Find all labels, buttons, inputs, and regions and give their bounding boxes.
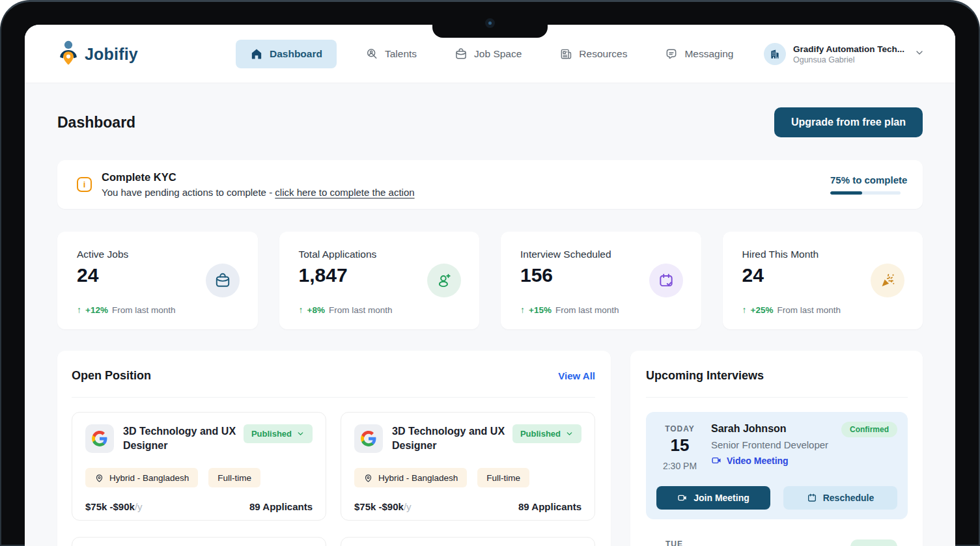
job-status: Published xyxy=(520,429,561,439)
chevron-down-icon xyxy=(912,48,925,61)
nav-label: Messaging xyxy=(684,48,733,60)
status-badge xyxy=(850,539,897,546)
open-positions-panel: Open Position View All 3D Technology and… xyxy=(57,351,611,546)
job-status-dropdown[interactable]: Published xyxy=(512,424,581,443)
meeting-type: Video Meeting xyxy=(727,456,789,466)
stat-trend: ↑ +15% From last month xyxy=(520,305,619,315)
upcoming-interviews-panel: Upcoming Interviews TODAY 15 2:30 PM Sar… xyxy=(630,351,923,546)
job-card[interactable]: 3D Technology and UX Designer Published … xyxy=(72,412,326,521)
job-type: Full-time xyxy=(486,473,520,483)
nav-item-job-space[interactable]: Job Space xyxy=(445,40,531,68)
job-card-partial[interactable] xyxy=(72,537,326,546)
google-logo-icon xyxy=(354,424,383,453)
nav-item-dashboard[interactable]: Dashboard xyxy=(236,40,337,68)
stat-label: Hired This Month xyxy=(742,249,904,260)
jobs-grid: 3D Technology and UX Designer Published … xyxy=(72,412,595,546)
job-card-header: 3D Technology and UX Designer Published xyxy=(354,424,581,453)
divider xyxy=(646,397,908,398)
home-icon xyxy=(250,48,263,61)
nav-item-resources[interactable]: Resources xyxy=(550,40,636,68)
nav-label: Job Space xyxy=(474,48,522,60)
trend-note: From last month xyxy=(329,305,393,315)
reschedule-button[interactable]: Reschedule xyxy=(783,486,897,510)
profile-company: Gradify Automation Tech... xyxy=(793,44,904,54)
interviews-title: Upcoming Interviews xyxy=(646,369,764,383)
stats-row: Active Jobs 24 ↑ +12% From last month To… xyxy=(57,232,923,329)
stat-label: Interview Scheduled xyxy=(520,249,682,260)
stat-trend: ↑ +12% From last month xyxy=(77,305,175,315)
nav-item-messaging[interactable]: Messaging xyxy=(656,40,742,68)
trend-delta: +8% xyxy=(307,305,325,315)
calendar-check-icon xyxy=(649,264,683,297)
candidate-role: Senior Frontend Developer xyxy=(711,439,828,450)
interview-details: TODAY 15 2:30 PM Sarah Johnson Senior Fr… xyxy=(656,422,897,477)
trend-delta: +25% xyxy=(751,305,774,315)
nav-label: Talents xyxy=(385,48,417,60)
stat-trend: ↑ +25% From last month xyxy=(742,305,841,315)
job-location-tag: Hybrid - Bangladesh xyxy=(85,468,198,487)
join-meeting-button[interactable]: Join Meeting xyxy=(656,486,770,510)
profile-texts: Gradify Automation Tech... Ogunsua Gabri… xyxy=(793,44,904,64)
job-type-tag: Full-time xyxy=(477,468,529,487)
job-location-tag: Hybrid - Bangladesh xyxy=(354,468,467,487)
job-salary: $75k -$90k/y xyxy=(354,501,412,512)
trend-up-icon: ↑ xyxy=(742,305,747,315)
interview-day-label: TUE xyxy=(665,539,683,546)
candidate-name: Sarah Johnson xyxy=(711,423,828,435)
job-status-dropdown[interactable]: Published xyxy=(244,424,313,443)
job-salary: $75k -$90k/y xyxy=(85,501,143,512)
job-location: Hybrid - Bangladesh xyxy=(378,473,458,483)
trend-up-icon: ↑ xyxy=(520,305,525,315)
resources-news-icon xyxy=(559,48,572,61)
job-status: Published xyxy=(251,429,292,439)
interview-card: TODAY 15 2:30 PM Sarah Johnson Senior Fr… xyxy=(646,412,908,519)
nav-label: Dashboard xyxy=(270,48,322,60)
trend-up-icon: ↑ xyxy=(77,305,81,315)
main-content: Dashboard Upgrade from free plan i Compl… xyxy=(25,107,955,546)
meeting-type-link[interactable]: Video Meeting xyxy=(711,455,828,466)
app-screen: Jobifiy Dashboard Talents Job Space Re xyxy=(25,25,955,546)
job-applicants: 89 Applicants xyxy=(249,501,313,512)
job-tags: Hybrid - Bangladesh Full-time xyxy=(85,468,313,487)
brand-logo[interactable]: Jobifiy xyxy=(57,25,138,83)
device-screenshot: Jobifiy Dashboard Talents Job Space Re xyxy=(0,0,980,546)
interview-actions: Join Meeting Reschedule xyxy=(656,486,897,510)
job-title: 3D Technology and UX Designer xyxy=(123,424,240,453)
candidate-info: Sarah Johnson Senior Frontend Developer … xyxy=(711,422,828,477)
upgrade-plan-button[interactable]: Upgrade from free plan xyxy=(774,107,923,137)
job-location: Hybrid - Bangladesh xyxy=(109,473,189,483)
kyc-banner: i Complete KYC You have pending actions … xyxy=(57,160,923,209)
info-icon: i xyxy=(77,177,92,192)
job-card-footer: $75k -$90k/y 89 Applicants xyxy=(354,501,581,512)
stat-trend: ↑ +8% From last month xyxy=(299,305,393,315)
interview-card-partial: TUE xyxy=(646,539,908,546)
job-card[interactable]: 3D Technology and UX Designer Published … xyxy=(341,412,595,521)
profile-menu[interactable]: Gradify Automation Tech... Ogunsua Gabri… xyxy=(764,25,925,83)
messaging-chat-icon xyxy=(665,48,678,61)
job-type-tag: Full-time xyxy=(208,468,260,487)
stat-card-total-applications: Total Applications 1,847 ↑ +8% From last… xyxy=(279,232,480,329)
kyc-progress-bar xyxy=(830,191,901,195)
stat-label: Active Jobs xyxy=(77,249,238,260)
job-card-partial[interactable] xyxy=(341,537,595,546)
stat-card-active-jobs: Active Jobs 24 ↑ +12% From last month xyxy=(57,232,258,329)
kyc-complete-link[interactable]: click here to complete the action xyxy=(275,187,414,198)
interview-date: TODAY 15 2:30 PM xyxy=(656,422,703,477)
job-title: 3D Technology and UX Designer xyxy=(392,424,509,453)
stat-card-hired-this-month: Hired This Month 24 ↑ +25% From last mon… xyxy=(723,232,923,329)
interviews-header: Upcoming Interviews xyxy=(646,366,908,385)
status-badge: Confirmed xyxy=(841,422,897,437)
kyc-title: Complete KYC xyxy=(102,171,415,184)
video-camera-icon xyxy=(711,455,722,466)
open-positions-header: Open Position View All xyxy=(72,366,595,385)
kyc-texts: Complete KYC You have pending actions to… xyxy=(102,171,415,198)
view-all-link[interactable]: View All xyxy=(558,370,595,381)
location-pin-icon xyxy=(94,473,104,483)
video-camera-icon xyxy=(677,493,688,503)
job-type: Full-time xyxy=(217,473,251,483)
content-row: Open Position View All 3D Technology and… xyxy=(57,351,923,546)
person-add-icon xyxy=(427,264,461,297)
nav-item-talents[interactable]: Talents xyxy=(356,40,426,68)
google-logo-icon xyxy=(85,424,114,453)
stat-card-interview-scheduled: Interview Scheduled 156 ↑ +15% From last… xyxy=(501,232,701,329)
